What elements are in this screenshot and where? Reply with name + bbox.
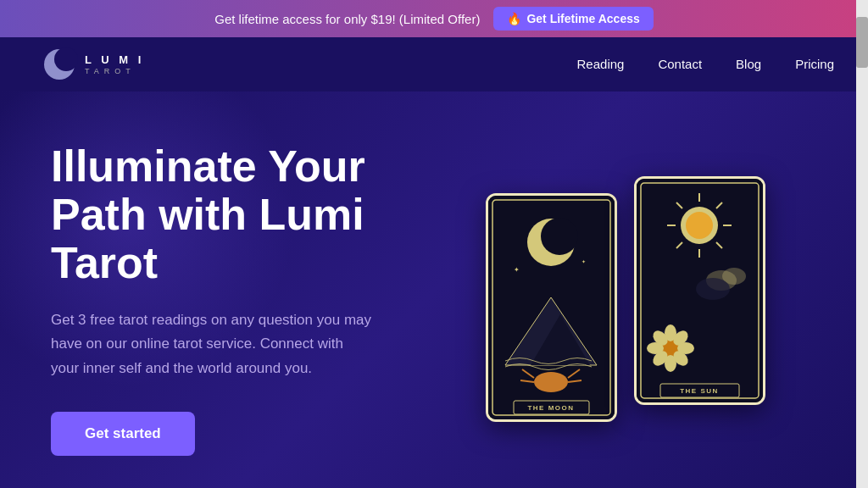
svg-text:THE MOON: THE MOON bbox=[527, 404, 574, 412]
svg-point-5 bbox=[541, 218, 578, 255]
nav-link-blog[interactable]: Blog bbox=[736, 57, 761, 71]
moon-card-illustration: ✦ ✦ ✦ THE MOON bbox=[488, 196, 615, 419]
nav-link-reading[interactable]: Reading bbox=[577, 57, 625, 71]
svg-text:✦: ✦ bbox=[514, 266, 520, 274]
svg-point-29 bbox=[686, 212, 713, 239]
nav-item-reading[interactable]: Reading bbox=[577, 57, 625, 72]
svg-text:THE SUN: THE SUN bbox=[680, 387, 719, 395]
nav-links: Reading Contact Blog Pricing bbox=[577, 57, 834, 72]
svg-point-1 bbox=[54, 47, 78, 71]
banner-cta-label: Get Lifetime Access bbox=[526, 12, 639, 25]
logo-icon bbox=[34, 42, 78, 86]
svg-point-42 bbox=[696, 278, 730, 300]
svg-point-8 bbox=[534, 372, 568, 392]
svg-text:✦: ✦ bbox=[539, 221, 542, 226]
nav-link-pricing[interactable]: Pricing bbox=[795, 57, 834, 71]
sun-card: THE SUN bbox=[634, 176, 765, 405]
moon-card: ✦ ✦ ✦ THE MOON bbox=[486, 193, 617, 422]
hero-title: Illuminate Your Path with Lumi Tarot bbox=[51, 142, 434, 288]
tarot-cards: ✦ ✦ ✦ THE MOON bbox=[434, 176, 817, 422]
scrollbar-thumb[interactable] bbox=[856, 17, 868, 68]
scrollbar[interactable] bbox=[856, 0, 868, 488]
logo[interactable]: L U M I TAROT bbox=[34, 42, 144, 86]
svg-text:✦: ✦ bbox=[581, 259, 586, 264]
nav-item-pricing[interactable]: Pricing bbox=[795, 57, 834, 72]
navigation: L U M I TAROT Reading Contact Blog Prici… bbox=[0, 37, 868, 92]
lifetime-access-button[interactable]: 🔥 Get Lifetime Access bbox=[493, 7, 653, 30]
hero-section: Illuminate Your Path with Lumi Tarot Get… bbox=[0, 92, 868, 488]
nav-link-contact[interactable]: Contact bbox=[658, 57, 702, 71]
logo-text: L U M I TAROT bbox=[85, 53, 144, 75]
get-started-button[interactable]: Get started bbox=[51, 412, 195, 456]
top-banner: Get lifetime access for only $19! (Limit… bbox=[0, 0, 868, 37]
sun-card-illustration: THE SUN bbox=[637, 179, 763, 402]
banner-text: Get lifetime access for only $19! (Limit… bbox=[214, 12, 480, 26]
nav-item-contact[interactable]: Contact bbox=[658, 57, 702, 72]
hero-content: Illuminate Your Path with Lumi Tarot Get… bbox=[51, 142, 434, 456]
nav-item-blog[interactable]: Blog bbox=[736, 57, 761, 72]
hero-subtitle: Get 3 free tarot readings on any questio… bbox=[51, 308, 373, 382]
fire-icon: 🔥 bbox=[507, 12, 521, 25]
